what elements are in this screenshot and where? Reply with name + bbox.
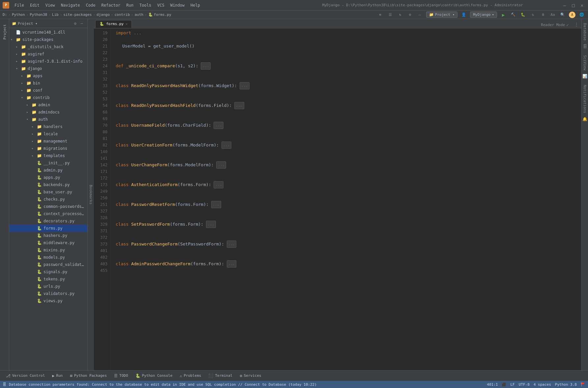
tree-item[interactable]: 🐍hashers.py [9,232,87,239]
project-dropdown[interactable]: 📁 Project ▾ [426,12,458,18]
sciview-panel-tab[interactable]: SciView [582,52,588,73]
tree-item[interactable]: 🐍tokens.py [9,275,87,283]
tree-item[interactable]: 🐍admin.py [9,167,87,174]
tree-item[interactable]: ▾📁auth [9,116,87,123]
reload-icon[interactable]: ↻ [529,11,537,18]
mydjango-dropdown[interactable]: MyDjango ▾ [470,12,497,18]
debug-icon[interactable]: 🐛 [519,11,527,18]
project-tab[interactable]: Project [1,20,8,44]
breadcrumb-d[interactable]: D: [3,13,7,17]
list-icon[interactable]: ☰ [387,11,394,18]
tree-item[interactable]: 🐍context_processor... [9,210,87,217]
sciview-icon[interactable]: 📊 [582,74,588,79]
tree-item[interactable]: 🐍__init__.py [9,159,87,167]
settings-icon[interactable]: ⚙ [406,11,414,18]
menu-vcs[interactable]: VCS [155,2,167,8]
code-body[interactable]: import ...UserModel = get_user_model()de… [110,28,579,370]
todo-button[interactable]: ☰ TODO [111,372,132,379]
breadcrumb-contrib[interactable]: contrib [114,13,130,17]
panel-gear-icon[interactable]: ⚙ [72,20,78,26]
tree-item[interactable]: 🐍backends.py [9,181,87,188]
tree-item[interactable]: ▾📁contrib [9,94,87,101]
tree-item[interactable]: ▾📁django [9,65,87,72]
tree-item[interactable]: ▸📁templates [9,152,87,159]
tree-item[interactable]: ▾📁site-packages [9,36,87,43]
status-position[interactable]: 401:1 [487,382,498,387]
menu-code[interactable]: Code [83,2,98,8]
status-indent[interactable]: 4 spaces [534,382,551,387]
breadcrumb-auth[interactable]: auth [134,13,143,17]
tree-item[interactable]: 📄vcruntime140_1.dll [9,29,87,36]
python-console-button[interactable]: 🐍 Python Console [132,372,176,379]
status-encoding[interactable]: UTF-8 [519,382,530,387]
reader-mode-button[interactable]: Reader Mode ✓ [538,22,572,28]
tree-item[interactable]: ▸📁apps [9,72,87,80]
tree-item[interactable]: ▸📁handlers [9,123,87,130]
breadcrumb-django[interactable]: django [97,13,110,17]
breadcrumb-python38[interactable]: Python38 [30,13,47,17]
gutter-icon[interactable]: ● [110,241,112,247]
menu-navigate[interactable]: Navigate [58,2,83,8]
version-control-button[interactable]: ⎇ Version Control [3,372,48,379]
tree-item[interactable]: ▸📁admin [9,101,87,109]
collapse-icon[interactable]: — [416,11,424,18]
tree-item[interactable]: 🐍password_validatic... [9,261,87,268]
tree-item[interactable]: 🐍common-passwords... [9,203,87,210]
status-line-ending[interactable]: LF [510,382,514,387]
target-icon[interactable]: ⊕ [377,11,384,18]
tree-item[interactable]: 🐍middleware.py [9,239,87,246]
pause-icon[interactable]: ⏸ [539,11,546,18]
tree-item[interactable]: ▸📁migrations [9,145,87,152]
sort-icon[interactable]: ⇅ [397,11,404,18]
tree-item[interactable]: ▸📁locale [9,130,87,138]
status-message[interactable]: Database connection parameters found: Co… [9,382,317,387]
breadcrumb-lib[interactable]: Lib [52,13,59,17]
bookmarks-label[interactable]: Bookmarks [89,185,93,205]
menu-view[interactable]: View [43,2,58,8]
menu-tools[interactable]: Tools [137,2,154,8]
close-button[interactable]: ✕ [579,2,585,9]
breadcrumb-file[interactable]: 🐍 forms.py [148,13,171,17]
build-icon[interactable]: 🔨 [510,11,517,18]
gutter-icon[interactable]: ● [110,181,112,188]
tree-item[interactable]: ▸📁admindocs [9,109,87,116]
tree-item[interactable]: 🐍models.py [9,254,87,261]
tree-item[interactable]: 🐍checks.py [9,196,87,203]
notification-icon[interactable]: 🌐 [578,11,585,18]
translate-icon[interactable]: Aa [549,11,556,18]
database-icon[interactable]: 🗄 [582,44,588,49]
services-button[interactable]: ⚙ Services [236,372,264,379]
tree-item[interactable]: 🐍apps.py [9,174,87,181]
tree-item[interactable]: ▸📁asgiref [9,50,87,58]
database-panel-tab[interactable]: Database [582,20,588,43]
problems-button[interactable]: ⚠ Problems [176,372,204,379]
avatar-icon[interactable]: A [569,12,575,18]
breadcrumb-python[interactable]: Python [12,13,25,17]
tab-options-icon[interactable]: ⋮ [573,21,580,28]
tree-item[interactable]: 🐍validators.py [9,290,87,297]
terminal-button[interactable]: ⬛ Terminal [205,372,236,379]
maximize-button[interactable]: □ [570,2,576,9]
tree-item[interactable]: ▸📁_distutils_hack [9,43,87,50]
tree-item[interactable]: ▸📁management [9,138,87,145]
tree-item[interactable]: 🐍forms.py [9,225,87,232]
minimize-button[interactable]: ‒ [561,2,568,9]
menu-refactor[interactable]: Refactor [99,2,123,8]
run-tool-button[interactable]: ▶ Run [49,372,66,379]
tree-item[interactable]: 🐍mixins.py [9,246,87,254]
user-icon[interactable]: 👤 [460,11,467,18]
tree-item[interactable]: 🐍base_user.py [9,188,87,196]
gutter-icon[interactable]: ● [110,221,112,228]
menu-edit[interactable]: Edit [27,2,42,8]
tree-item[interactable]: 🐍signals.py [9,268,87,275]
breadcrumb-site-packages[interactable]: site-packages [63,13,92,17]
menu-file[interactable]: File [12,2,27,8]
file-tree[interactable]: 📄vcruntime140_1.dll▾📁site-packages▸📁_dis… [9,28,87,370]
tree-item[interactable]: 🐍decorators.py [9,217,87,225]
menu-run[interactable]: Run [124,2,136,8]
tree-item[interactable]: ▸📁conf [9,87,87,94]
tree-item[interactable]: 🐍views.py [9,297,87,305]
tab-forms-py[interactable]: 🐍 forms.py ✕ [95,20,132,28]
notifications-panel-tab[interactable]: Notifications [582,82,588,116]
run-button[interactable]: ▶ [500,11,507,18]
